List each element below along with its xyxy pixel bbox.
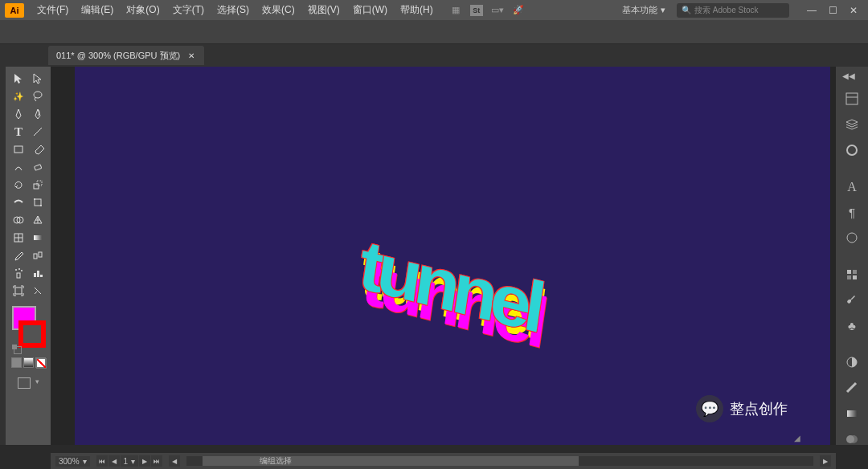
stock-icon[interactable]: St (470, 5, 483, 16)
lasso-tool[interactable] (29, 88, 47, 105)
artboard-number-value: 1 (124, 457, 129, 466)
eyedropper-tool[interactable] (10, 247, 27, 264)
document-tab-label: 011* @ 300% (RGB/GPU 预览) (56, 50, 180, 62)
stroke-swatch[interactable] (20, 322, 44, 346)
svg-rect-29 (847, 270, 851, 274)
rotate-tool[interactable] (10, 176, 27, 194)
stroke-panel-icon[interactable] (842, 381, 862, 395)
artboard-number[interactable]: 1▾ (121, 455, 139, 467)
draw-inside[interactable] (35, 357, 46, 368)
control-bar (0, 20, 868, 44)
svg-rect-6 (35, 199, 41, 206)
line-tool[interactable] (29, 123, 47, 141)
prev-artboard-button[interactable]: ◀ (108, 455, 120, 467)
cc-libraries-panel-icon[interactable] (842, 143, 862, 157)
scroll-right-button[interactable]: ▶ (820, 455, 831, 467)
selection-status: 编组选择 (260, 455, 292, 467)
minimize-button[interactable]: — (802, 3, 821, 18)
svg-point-27 (847, 145, 857, 155)
transparency-panel-icon[interactable] (842, 432, 862, 447)
toolbar-collapse-strip[interactable] (0, 67, 6, 445)
bridge-icon[interactable]: ▦ (449, 4, 462, 17)
expand-panels-icon[interactable]: ◀◀ (839, 71, 858, 80)
screen-mode-icon[interactable] (18, 377, 31, 389)
svg-rect-30 (853, 270, 857, 274)
resize-corner-icon[interactable]: ◢ (794, 434, 800, 442)
svg-point-20 (21, 270, 23, 271)
search-placeholder: 搜索 Adobe Stock (694, 5, 758, 16)
character-panel-icon[interactable]: A (842, 180, 862, 194)
shape-builder-tool[interactable] (10, 211, 27, 229)
chevron-down-icon: ▾ (131, 457, 135, 466)
color-panel-icon[interactable] (842, 355, 862, 369)
artboard-tool[interactable] (10, 282, 27, 300)
swatches-panel-icon[interactable] (842, 267, 862, 282)
rectangle-tool[interactable] (10, 141, 27, 158)
last-artboard-button[interactable]: ⏭ (151, 455, 162, 467)
scale-tool[interactable] (29, 176, 47, 194)
color-picker[interactable] (10, 306, 46, 346)
gradient-panel-icon[interactable] (842, 406, 862, 421)
pen-tool[interactable] (10, 105, 27, 123)
free-transform-tool[interactable] (29, 194, 47, 211)
mesh-tool[interactable] (10, 229, 27, 247)
curvature-tool[interactable] (29, 105, 47, 123)
menu-file[interactable]: 文件(F) (31, 0, 75, 20)
svg-rect-2 (14, 146, 23, 153)
close-tab-icon[interactable]: ✕ (186, 51, 196, 60)
shape-panel-icon[interactable] (842, 230, 862, 245)
zoom-select[interactable]: 300%▾ (55, 456, 90, 467)
next-artboard-button[interactable]: ▶ (139, 455, 150, 467)
symbols-panel-icon[interactable]: ♣ (842, 319, 862, 332)
menu-window[interactable]: 窗口(W) (346, 0, 394, 20)
close-button[interactable]: ✕ (844, 3, 863, 18)
direct-selection-tool[interactable] (29, 70, 47, 88)
menu-object[interactable]: 对象(O) (120, 0, 166, 20)
workspace-label: 基本功能 (622, 4, 657, 16)
eraser-tool[interactable] (29, 158, 47, 176)
workspace-switcher[interactable]: 基本功能▾ (617, 2, 670, 18)
magic-wand-tool[interactable]: ✨ (10, 88, 27, 105)
scroll-left-button[interactable]: ◀ (169, 455, 180, 467)
menu-effect[interactable]: 效果(C) (256, 0, 301, 20)
shaper-tool[interactable] (10, 158, 27, 176)
svg-rect-23 (40, 275, 43, 277)
column-graph-tool[interactable] (29, 264, 47, 282)
gpu-icon[interactable]: 🚀 (512, 4, 525, 17)
draw-normal[interactable] (11, 357, 22, 368)
brushes-panel-icon[interactable] (842, 293, 862, 308)
svg-point-19 (18, 268, 20, 270)
3d-text-object[interactable]: ttt uuu nnn nnn eee lll (358, 225, 547, 349)
gradient-tool[interactable] (29, 229, 47, 247)
search-input[interactable]: 🔍搜索 Adobe Stock (677, 3, 789, 18)
width-tool[interactable] (10, 194, 27, 211)
menu-text[interactable]: 文字(T) (166, 0, 211, 20)
svg-point-36 (850, 435, 858, 443)
properties-panel-icon[interactable] (842, 92, 862, 106)
first-artboard-button[interactable]: ⏮ (96, 455, 108, 467)
maximize-button[interactable]: ☐ (823, 3, 842, 18)
blend-tool[interactable] (29, 247, 47, 264)
svg-point-28 (847, 233, 857, 243)
perspective-tool[interactable] (29, 211, 47, 229)
menu-help[interactable]: 帮助(H) (394, 0, 440, 20)
paragraph-panel-icon[interactable]: ¶ (842, 206, 862, 219)
menu-view[interactable]: 视图(V) (301, 0, 346, 20)
screen-mode-dropdown[interactable]: ▾ (35, 377, 39, 389)
search-icon: 🔍 (682, 6, 691, 14)
draw-behind[interactable] (23, 357, 34, 368)
svg-point-8 (40, 205, 42, 206)
paintbrush-tool[interactable] (29, 141, 47, 158)
canvas[interactable]: ttt uuu nnn nnn eee lll 💬 整点创作 ◢ (51, 67, 836, 445)
type-tool[interactable]: T (10, 123, 27, 141)
swap-colors-icon[interactable] (14, 346, 22, 354)
selection-tool[interactable] (10, 70, 27, 88)
layers-panel-icon[interactable] (842, 117, 862, 132)
svg-point-18 (15, 269, 17, 271)
document-tab[interactable]: 011* @ 300% (RGB/GPU 预览) ✕ (48, 46, 204, 65)
arrange-icon[interactable]: ▭▾ (491, 4, 504, 17)
symbol-sprayer-tool[interactable] (10, 264, 27, 282)
slice-tool[interactable] (29, 282, 47, 300)
menu-select[interactable]: 选择(S) (211, 0, 256, 20)
menu-edit[interactable]: 编辑(E) (75, 0, 120, 20)
